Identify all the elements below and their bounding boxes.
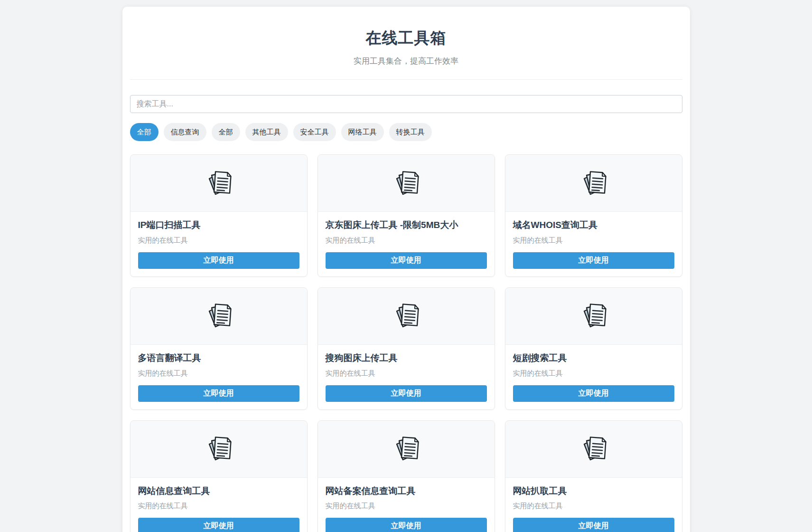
page-title: 在线工具箱 (130, 28, 682, 49)
card-icon-area (318, 288, 495, 345)
documents-icon (391, 301, 421, 331)
tool-title: 域名WHOIS查询工具 (513, 219, 674, 231)
tool-description: 实用的在线工具 (326, 236, 487, 245)
filter-pill-all[interactable]: 全部 (130, 123, 159, 141)
filter-pill-all-2[interactable]: 全部 (212, 123, 240, 141)
filter-pill-network-tools[interactable]: 网络工具 (341, 123, 384, 141)
tool-description: 实用的在线工具 (326, 369, 487, 378)
card-body: 网站备案信息查询工具 实用的在线工具 立即使用 (318, 478, 495, 532)
tool-card: 搜狗图床上传工具 实用的在线工具 立即使用 (317, 287, 495, 410)
tool-card: 网站信息查询工具 实用的在线工具 立即使用 (130, 420, 308, 532)
card-icon-area (318, 421, 495, 478)
tools-grid: IP端口扫描工具 实用的在线工具 立即使用 京东图床上传工具 -限制5MB大小 … (130, 154, 682, 532)
use-now-button[interactable]: 立即使用 (513, 385, 674, 402)
tool-title: 京东图床上传工具 -限制5MB大小 (326, 219, 487, 231)
filter-bar: 全部 信息查询 全部 其他工具 安全工具 网络工具 转换工具 (130, 123, 682, 141)
tool-title: 搜狗图床上传工具 (326, 352, 487, 364)
use-now-button[interactable]: 立即使用 (138, 385, 299, 402)
tool-card: 域名WHOIS查询工具 实用的在线工具 立即使用 (505, 154, 682, 277)
page-header: 在线工具箱 实用工具集合，提高工作效率 (130, 7, 682, 80)
toolbox-container: 在线工具箱 实用工具集合，提高工作效率 全部 信息查询 全部 其他工具 安全工具… (122, 7, 690, 532)
documents-icon (391, 434, 421, 464)
use-now-button[interactable]: 立即使用 (513, 518, 674, 532)
tool-description: 实用的在线工具 (138, 502, 299, 511)
tool-card: IP端口扫描工具 实用的在线工具 立即使用 (130, 154, 308, 277)
search-input[interactable] (130, 95, 682, 113)
tool-card: 网站备案信息查询工具 实用的在线工具 立即使用 (317, 420, 495, 532)
tool-description: 实用的在线工具 (513, 369, 674, 378)
documents-icon (204, 168, 234, 199)
filter-pill-info-query[interactable]: 信息查询 (164, 123, 206, 141)
card-body: 域名WHOIS查询工具 实用的在线工具 立即使用 (505, 212, 682, 276)
card-body: 短剧搜索工具 实用的在线工具 立即使用 (505, 345, 682, 409)
documents-icon (579, 301, 609, 331)
card-icon-area (131, 155, 307, 212)
tool-title: 网站备案信息查询工具 (326, 485, 487, 497)
documents-icon (579, 434, 609, 464)
tool-description: 实用的在线工具 (138, 369, 299, 378)
tool-title: 多语言翻译工具 (138, 352, 299, 364)
tool-description: 实用的在线工具 (513, 502, 674, 511)
card-icon-area (505, 288, 682, 345)
tool-card: 网站扒取工具 实用的在线工具 立即使用 (505, 420, 682, 532)
tool-title: IP端口扫描工具 (138, 219, 299, 231)
tool-title: 网站信息查询工具 (138, 485, 299, 497)
use-now-button[interactable]: 立即使用 (326, 518, 487, 532)
search-section (130, 95, 682, 113)
tool-description: 实用的在线工具 (513, 236, 674, 245)
documents-icon (204, 301, 234, 331)
use-now-button[interactable]: 立即使用 (326, 252, 487, 269)
use-now-button[interactable]: 立即使用 (326, 385, 487, 402)
card-icon-area (505, 421, 682, 478)
tool-card: 短剧搜索工具 实用的在线工具 立即使用 (505, 287, 682, 410)
card-body: 多语言翻译工具 实用的在线工具 立即使用 (131, 345, 307, 409)
tool-description: 实用的在线工具 (138, 236, 299, 245)
documents-icon (391, 168, 421, 199)
documents-icon (579, 168, 609, 199)
use-now-button[interactable]: 立即使用 (138, 518, 299, 532)
use-now-button[interactable]: 立即使用 (138, 252, 299, 269)
tool-title: 短剧搜索工具 (513, 352, 674, 364)
card-body: 搜狗图床上传工具 实用的在线工具 立即使用 (318, 345, 495, 409)
card-body: 京东图床上传工具 -限制5MB大小 实用的在线工具 立即使用 (318, 212, 495, 276)
card-body: 网站扒取工具 实用的在线工具 立即使用 (505, 478, 682, 532)
tool-description: 实用的在线工具 (326, 502, 487, 511)
filter-pill-convert-tools[interactable]: 转换工具 (389, 123, 432, 141)
use-now-button[interactable]: 立即使用 (513, 252, 674, 269)
card-icon-area (505, 155, 682, 212)
filter-pill-security-tools[interactable]: 安全工具 (293, 123, 336, 141)
card-icon-area (131, 421, 307, 478)
documents-icon (204, 434, 234, 464)
card-body: IP端口扫描工具 实用的在线工具 立即使用 (131, 212, 307, 276)
tool-card: 多语言翻译工具 实用的在线工具 立即使用 (130, 287, 308, 410)
card-icon-area (131, 288, 307, 345)
tool-card: 京东图床上传工具 -限制5MB大小 实用的在线工具 立即使用 (317, 154, 495, 277)
card-icon-area (318, 155, 495, 212)
filter-pill-other-tools[interactable]: 其他工具 (245, 123, 288, 141)
tool-title: 网站扒取工具 (513, 485, 674, 497)
card-body: 网站信息查询工具 实用的在线工具 立即使用 (131, 478, 307, 532)
page-subtitle: 实用工具集合，提高工作效率 (130, 56, 682, 66)
